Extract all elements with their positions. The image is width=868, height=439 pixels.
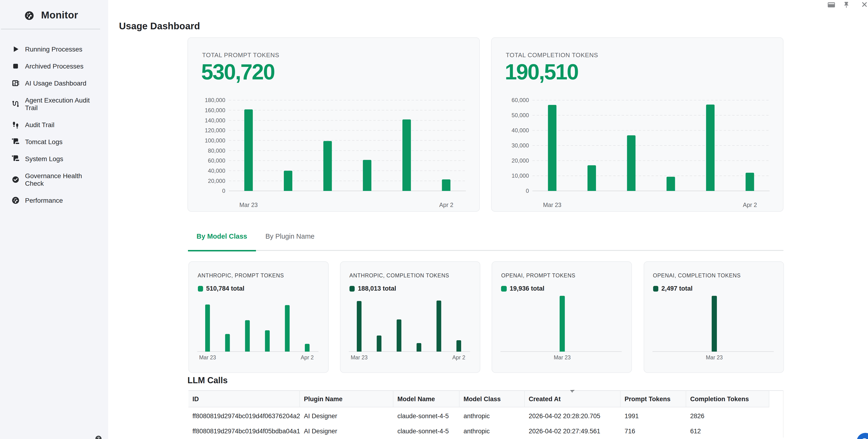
- svg-text:50,000: 50,000: [512, 112, 529, 118]
- svg-text:20,000: 20,000: [208, 177, 225, 184]
- svg-text:Apr 2: Apr 2: [743, 201, 757, 208]
- svg-text:Apr 2: Apr 2: [439, 201, 453, 208]
- svg-text:60,000: 60,000: [208, 157, 225, 164]
- svg-text:10,000: 10,000: [512, 172, 529, 179]
- svg-text:Mar 23: Mar 23: [351, 354, 368, 360]
- svg-text:Mar 23: Mar 23: [199, 354, 216, 360]
- svg-text:160,000: 160,000: [205, 107, 225, 113]
- svg-text:Mar 23: Mar 23: [706, 354, 722, 360]
- svg-text:40,000: 40,000: [512, 127, 529, 133]
- svg-text:140,000: 140,000: [205, 117, 225, 123]
- svg-text:Apr 2: Apr 2: [301, 354, 314, 360]
- svg-text:120,000: 120,000: [205, 127, 225, 133]
- svg-text:0: 0: [222, 187, 225, 194]
- svg-text:20,000: 20,000: [512, 157, 529, 164]
- svg-text:0: 0: [526, 187, 529, 194]
- svg-text:Mar 23: Mar 23: [240, 201, 258, 208]
- svg-text:Mar 23: Mar 23: [543, 201, 561, 208]
- svg-text:80,000: 80,000: [208, 147, 225, 153]
- svg-text:100,000: 100,000: [205, 137, 225, 143]
- svg-text:60,000: 60,000: [512, 97, 529, 103]
- svg-text:Mar 23: Mar 23: [554, 354, 571, 360]
- svg-text:40,000: 40,000: [208, 167, 225, 174]
- svg-text:Apr 2: Apr 2: [452, 354, 465, 360]
- svg-text:30,000: 30,000: [512, 142, 529, 148]
- svg-text:180,000: 180,000: [205, 97, 225, 103]
